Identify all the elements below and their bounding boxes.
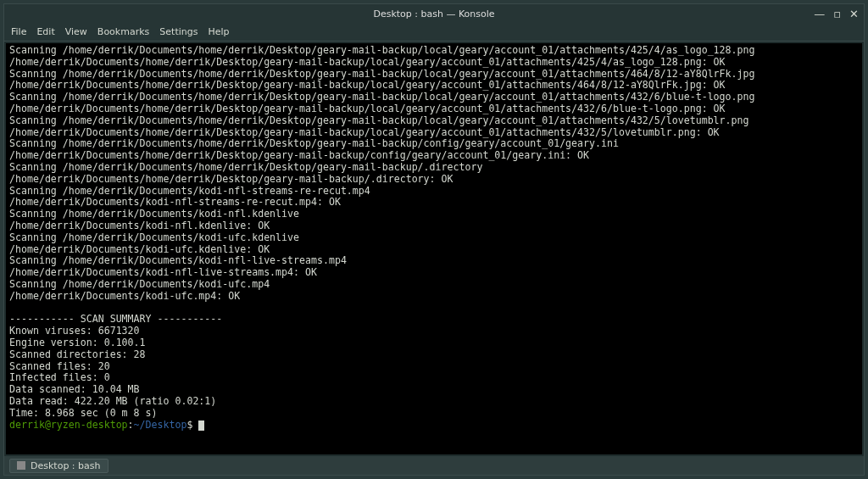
menu-view[interactable]: View: [65, 26, 87, 37]
window-title: Desktop : bash — Konsole: [373, 8, 494, 19]
tab-desktop-bash[interactable]: Desktop : bash: [9, 459, 108, 473]
tabbar: Desktop : bash: [4, 456, 864, 475]
terminal-icon: [17, 461, 25, 470]
terminal-output: Scanning /home/derrik/Documents/home/der…: [9, 45, 859, 431]
close-button[interactable]: ✕: [849, 8, 859, 20]
terminal-area[interactable]: Scanning /home/derrik/Documents/home/der…: [6, 43, 862, 454]
titlebar[interactable]: Desktop : bash — Konsole — ▫ ✕: [4, 4, 864, 23]
menu-edit[interactable]: Edit: [36, 26, 54, 37]
menubar: File Edit View Bookmarks Settings Help: [4, 23, 864, 42]
minimize-button[interactable]: —: [814, 8, 825, 20]
tab-label: Desktop : bash: [31, 460, 101, 471]
menu-file[interactable]: File: [11, 26, 26, 37]
terminal-cursor: [198, 421, 204, 431]
maximize-button[interactable]: ▫: [833, 8, 841, 20]
menu-settings[interactable]: Settings: [159, 26, 198, 37]
window-controls: — ▫ ✕: [814, 4, 859, 23]
menu-bookmarks[interactable]: Bookmarks: [97, 26, 149, 37]
menu-help[interactable]: Help: [208, 26, 229, 37]
konsole-window: Desktop : bash — Konsole — ▫ ✕ File Edit…: [3, 3, 865, 476]
